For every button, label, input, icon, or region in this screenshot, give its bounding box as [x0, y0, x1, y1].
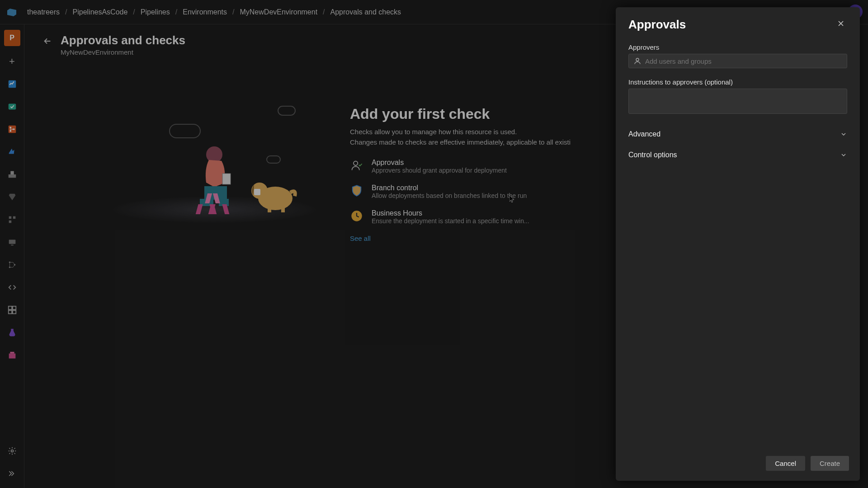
- chevron-down-icon: [840, 151, 847, 159]
- approvers-input[interactable]: [645, 57, 842, 65]
- close-button[interactable]: [835, 17, 847, 32]
- approvers-input-wrapper[interactable]: [628, 54, 847, 68]
- approvers-label: Approvers: [628, 43, 847, 51]
- approvals-panel: Approvals Approvers Instructions to appr…: [616, 7, 860, 481]
- svg-point-41: [636, 58, 639, 61]
- expander-label: Control options: [628, 151, 677, 159]
- instructions-textarea[interactable]: [628, 89, 847, 114]
- control-options-expander[interactable]: Control options: [628, 145, 847, 165]
- expander-label: Advanced: [628, 130, 660, 138]
- instructions-label: Instructions to approvers (optional): [628, 78, 847, 86]
- create-button[interactable]: Create: [811, 456, 849, 471]
- panel-title: Approvals: [628, 18, 686, 32]
- chevron-down-icon: [840, 131, 847, 138]
- advanced-expander[interactable]: Advanced: [628, 124, 847, 145]
- person-icon: [633, 57, 642, 65]
- cancel-button[interactable]: Cancel: [766, 456, 805, 471]
